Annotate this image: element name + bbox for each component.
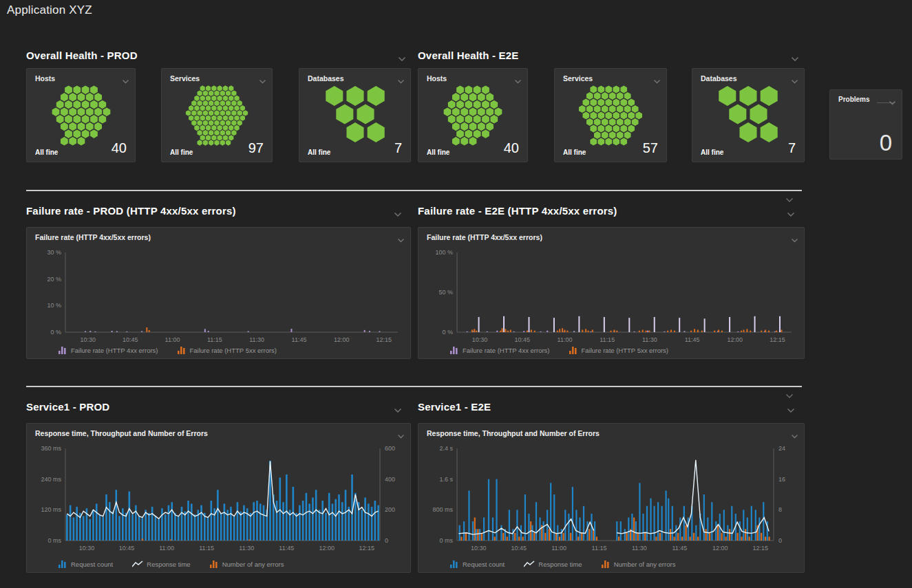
legend-item[interactable]: Request count (59, 560, 113, 568)
legend-label: Number of any errors (614, 560, 676, 568)
tile-title: Databases (701, 74, 737, 83)
chevron-down-icon[interactable] (398, 52, 406, 65)
legend-label: Failure rate (HTTP 5xx errors) (582, 347, 669, 354)
svg-text:10:30: 10:30 (81, 336, 96, 343)
section-header-service-prod: Service1 - PROD (26, 401, 412, 415)
chart-legend: Request countResponse timeNumber of any … (450, 560, 675, 568)
svg-text:360 ms: 360 ms (41, 445, 61, 452)
legend-line-icon (524, 560, 535, 568)
chart-tile-failure-e2e[interactable]: Failure rate (HTTP 4xx/5xx errors) 0 %50… (418, 227, 805, 359)
tile-hosts-e2e[interactable]: Hosts All fine40 (418, 68, 528, 162)
svg-text:10 %: 10 % (47, 302, 61, 309)
svg-text:0 %: 0 % (442, 329, 453, 336)
chevron-down-icon[interactable] (791, 429, 798, 442)
chart-tile-service-prod[interactable]: Response time, Throughput and Number of … (26, 423, 411, 573)
honeycomb-chart (310, 85, 400, 143)
svg-text:11:30: 11:30 (632, 545, 647, 552)
service-metrics-chart: 0 ms120 ms240 ms360 ms020040060010:3010:… (31, 442, 407, 557)
tile-title: Problems (838, 96, 870, 103)
tile-count: 40 (504, 140, 519, 156)
legend-item[interactable]: Request count (450, 560, 505, 568)
svg-text:10:30: 10:30 (79, 545, 95, 552)
legend-label: Failure rate (HTTP 4xx errors) (71, 347, 158, 354)
section-header-failure-e2e: Failure rate - E2E (HTTP 4xx/5xx errors) (418, 205, 805, 219)
chevron-down-icon[interactable] (785, 193, 794, 206)
chevron-down-icon[interactable] (394, 208, 402, 220)
svg-text:11:45: 11:45 (672, 545, 687, 552)
chart-title: Response time, Throughput and Number of … (35, 429, 208, 437)
chart-title: Failure rate (HTTP 4xx/5xx errors) (427, 233, 542, 241)
svg-text:11:00: 11:00 (159, 545, 174, 552)
legend-item[interactable]: Failure rate (HTTP 5xx errors) (178, 347, 277, 354)
chart-tile-failure-prod[interactable]: Failure rate (HTTP 4xx/5xx errors) 0 %10… (26, 227, 411, 359)
tile-count: 57 (643, 140, 658, 156)
legend-item[interactable]: Number of any errors (602, 560, 676, 568)
svg-text:12:15: 12:15 (376, 336, 392, 343)
legend-item[interactable]: Number of any errors (210, 560, 284, 568)
tile-count: 7 (394, 140, 402, 156)
legend-bars-icon (59, 347, 67, 354)
svg-text:600: 600 (385, 445, 395, 452)
svg-text:0 %: 0 % (50, 329, 61, 336)
chevron-down-icon[interactable] (785, 389, 794, 402)
tile-databases-e2e[interactable]: Databases All fine7 (692, 68, 805, 162)
section-divider (26, 386, 802, 387)
status-label: All fine (170, 149, 193, 156)
tile-hosts-prod[interactable]: Hosts All fine40 (26, 68, 136, 162)
section-header-service-e2e: Service1 - E2E (418, 401, 805, 415)
status-label: All fine (35, 149, 58, 156)
section-title: Overall Health - E2E (418, 50, 519, 61)
chevron-down-icon[interactable] (397, 429, 405, 442)
status-label: All fine (427, 149, 449, 156)
tile-services-e2e[interactable]: Services All fine57 (554, 68, 667, 162)
chevron-down-icon[interactable] (394, 404, 402, 416)
chevron-down-icon[interactable] (889, 96, 896, 108)
legend-item[interactable]: Response time (132, 560, 190, 568)
chevron-down-icon[interactable] (397, 233, 405, 246)
legend-line-icon (132, 560, 143, 568)
legend-bars-icon (450, 560, 459, 568)
section-divider (26, 190, 802, 191)
honeycomb-chart (566, 85, 655, 146)
tile-count: 7 (788, 140, 796, 156)
chart-legend: Request countResponse timeNumber of any … (59, 560, 284, 568)
svg-text:11:15: 11:15 (199, 545, 214, 552)
legend-label: Failure rate (HTTP 4xx errors) (463, 347, 550, 354)
chart-title: Response time, Throughput and Number of … (427, 429, 600, 437)
svg-text:11:00: 11:00 (558, 336, 573, 343)
legend-item[interactable]: Failure rate (HTTP 4xx errors) (59, 347, 158, 354)
tile-title: Hosts (427, 74, 447, 83)
svg-text:16: 16 (778, 476, 785, 483)
svg-text:11:00: 11:00 (165, 336, 180, 343)
chart-title: Failure rate (HTTP 4xx/5xx errors) (35, 233, 151, 241)
legend-item[interactable]: Failure rate (HTTP 4xx errors) (450, 347, 550, 354)
tile-title: Hosts (35, 74, 55, 83)
legend-item[interactable]: Failure rate (HTTP 5xx errors) (569, 347, 669, 354)
service-metrics-chart: 0 ms800 ms1.6 s2.4 s08162410:3010:4511:0… (423, 442, 801, 557)
tile-databases-prod[interactable]: Databases All fine7 (299, 68, 411, 162)
svg-text:0 ms: 0 ms (439, 537, 453, 544)
svg-text:10:45: 10:45 (123, 336, 138, 343)
honeycomb-chart (36, 85, 126, 146)
section-title: Overall Health - PROD (26, 50, 138, 61)
section-title: Failure rate - E2E (HTTP 4xx/5xx errors) (418, 205, 617, 217)
svg-text:10:30: 10:30 (471, 545, 487, 552)
legend-label: Request count (463, 560, 505, 568)
legend-bars-icon (450, 347, 459, 354)
chevron-down-icon[interactable] (791, 52, 799, 65)
section-title: Failure rate - PROD (HTTP 4xx/5xx errors… (26, 205, 236, 217)
chevron-down-icon[interactable] (791, 233, 798, 246)
chevron-down-icon[interactable] (787, 404, 795, 416)
svg-text:12:00: 12:00 (334, 336, 350, 343)
svg-text:12:00: 12:00 (712, 545, 728, 552)
svg-text:10:45: 10:45 (515, 336, 531, 343)
chart-tile-service-e2e[interactable]: Response time, Throughput and Number of … (418, 423, 805, 573)
tile-services-prod[interactable]: Services All fine97 (161, 68, 273, 162)
tile-problems[interactable]: Problems 0 (829, 89, 902, 160)
svg-text:12:15: 12:15 (752, 545, 768, 552)
legend-item[interactable]: Response time (524, 560, 582, 568)
legend-label: Failure rate (HTTP 5xx errors) (190, 347, 277, 354)
status-label: All fine (701, 149, 723, 156)
chevron-down-icon[interactable] (787, 208, 795, 220)
svg-text:11:15: 11:15 (600, 336, 615, 343)
